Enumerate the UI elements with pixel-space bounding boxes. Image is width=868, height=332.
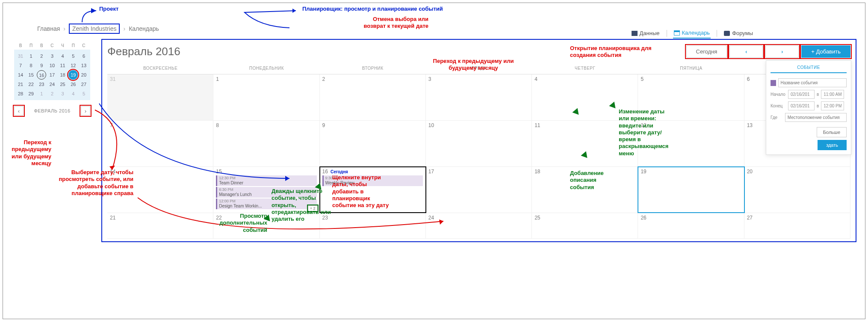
mini-day[interactable]: 21 — [16, 80, 25, 89]
mini-day[interactable]: 15 — [27, 70, 36, 80]
mini-day[interactable]: 8 — [27, 61, 36, 70]
day-cell[interactable]: 2 — [320, 74, 426, 120]
ann-planner: Планировщик: просмотр и планирование соб… — [302, 6, 443, 12]
mini-day[interactable]: 5 — [68, 51, 78, 61]
mini-day[interactable]: 12 — [68, 61, 78, 70]
bc-project[interactable]: Zenith Industries — [69, 24, 120, 34]
mini-day[interactable]: 1 — [37, 89, 46, 98]
ann-click: Щелкните внутри даты, чтобы добавить в п… — [332, 174, 390, 209]
start-time-input[interactable] — [821, 90, 844, 99]
mini-day[interactable]: 10 — [47, 61, 57, 70]
mini-day[interactable]: 14 — [16, 70, 25, 80]
mini-day[interactable]: 11 — [58, 61, 68, 70]
mini-day[interactable]: 3 — [58, 89, 68, 98]
forums-icon — [724, 31, 730, 36]
event[interactable]: 12:30 PMTeam Dinner — [216, 175, 316, 186]
mini-day[interactable]: 27 — [79, 80, 89, 89]
mini-next-button[interactable]: › — [81, 106, 90, 116]
mini-day[interactable]: 7 — [16, 61, 25, 70]
mini-day[interactable]: 26 — [68, 80, 78, 89]
mini-day[interactable]: 5 — [79, 89, 89, 98]
event-panel: СОБЫТИЕ Началов Конецв Где Больше здать — [766, 60, 851, 155]
mini-day[interactable]: 3 — [47, 51, 57, 61]
day-cell-highlight[interactable]: 19 — [638, 167, 744, 213]
calendar-icon — [674, 30, 680, 36]
end-time-input[interactable] — [821, 101, 844, 110]
create-button[interactable]: здать — [818, 140, 847, 150]
mini-day[interactable]: 25 — [58, 80, 68, 89]
mini-dow-header: ВПВСЧПС — [14, 43, 90, 50]
ann-select: Выберите дату, чтобы просмотреть событие… — [46, 169, 133, 197]
mini-day[interactable]: 1 — [27, 51, 36, 61]
start-date-input[interactable] — [788, 90, 815, 99]
day-cell[interactable]: 27 — [744, 213, 850, 238]
bc-home[interactable]: Главная — [37, 25, 60, 32]
today-button[interactable]: Сегодня — [686, 45, 727, 58]
mini-day[interactable]: 20 — [79, 70, 89, 80]
chevron-right-icon: › — [63, 25, 65, 32]
next-month-button[interactable]: › — [765, 45, 799, 58]
top-nav: Данные Календарь Форумы — [631, 28, 754, 39]
day-cell[interactable]: 10 — [426, 121, 532, 166]
location-input[interactable] — [785, 113, 847, 122]
ann-mininav: Переход к предыдущему или будущему месяц… — [6, 139, 51, 167]
mini-day[interactable]: 2 — [37, 51, 46, 61]
day-cell[interactable]: 8 — [213, 121, 319, 166]
mini-day[interactable]: 29 — [27, 89, 36, 98]
where-label: Где — [771, 115, 783, 120]
mini-day-today[interactable]: 19 — [68, 70, 78, 80]
day-cell[interactable]: 7 — [107, 121, 213, 166]
add-event-button[interactable]: + Добавить — [801, 45, 850, 58]
mini-day[interactable]: 2 — [47, 89, 57, 98]
ann-open: Открытие планировщика для создания событ… — [570, 45, 655, 59]
ann-project: Проект — [99, 6, 118, 12]
mini-day[interactable]: 13 — [79, 61, 89, 70]
event-name-input[interactable] — [778, 78, 847, 87]
ann-cancel: Отмена выбора или возврат к текущей дате — [356, 16, 428, 30]
panel-tab[interactable]: СОБЫТИЕ — [771, 65, 847, 73]
day-cell[interactable]: 25 — [532, 213, 638, 238]
mini-month-label: ФЕВРАЛЬ 2016 — [34, 108, 70, 113]
ann-more: Просмотр дополнительных событий — [207, 213, 267, 234]
ann-dbl: Дважды щелкните событие, чтобы открыть, … — [272, 188, 336, 222]
mini-day[interactable]: 17 — [47, 70, 57, 80]
nav-forums[interactable]: Форумы — [723, 28, 754, 38]
color-swatch[interactable] — [771, 80, 776, 86]
mini-day[interactable]: 31 — [16, 51, 25, 61]
more-button[interactable]: Больше — [817, 127, 847, 137]
mini-day[interactable]: 22 — [27, 80, 36, 89]
start-label: Начало — [771, 92, 786, 97]
mini-day[interactable]: 4 — [68, 89, 78, 98]
mini-prev-button[interactable]: ‹ — [14, 106, 24, 116]
nav-data[interactable]: Данные — [631, 28, 661, 38]
mini-day[interactable]: 24 — [47, 80, 57, 89]
day-cell[interactable]: 21 — [107, 213, 213, 238]
mini-day-selected[interactable]: 16 — [37, 70, 46, 80]
nav-calendar[interactable]: Календарь — [673, 28, 711, 39]
day-cell[interactable]: 3 — [426, 74, 532, 120]
day-cell[interactable]: 31 — [107, 74, 213, 120]
mini-day[interactable]: 23 — [37, 80, 46, 89]
day-cell[interactable]: 1 — [213, 74, 319, 120]
end-date-input[interactable] — [788, 101, 815, 110]
end-label: Конец — [771, 104, 786, 108]
mini-day[interactable]: 9 — [37, 61, 46, 70]
day-cell[interactable]: 26 — [638, 213, 744, 238]
ann-navmonth: Переход к предыдущему или будущему месяц… — [428, 58, 518, 72]
mini-day[interactable]: 6 — [79, 51, 89, 61]
day-cell[interactable]: 20 — [744, 167, 850, 213]
calendar-title: Февраль 2016 — [107, 45, 180, 58]
mini-day[interactable]: 28 — [16, 89, 25, 98]
day-cell[interactable]: 9 — [320, 121, 426, 166]
chevron-right-icon: › — [123, 25, 125, 32]
day-cell[interactable]: 24 — [426, 213, 532, 238]
bc-page: Календарь — [129, 25, 159, 32]
ann-chdate: Изменение даты или времени: введите или … — [619, 108, 674, 157]
day-cell[interactable]: 17 — [426, 167, 532, 213]
prev-month-button[interactable]: ‹ — [729, 45, 763, 58]
mini-day[interactable]: 18 — [58, 70, 68, 80]
data-icon — [632, 31, 638, 36]
mini-day[interactable]: 4 — [58, 51, 68, 61]
ann-desc: Добавление описания события — [570, 170, 621, 191]
